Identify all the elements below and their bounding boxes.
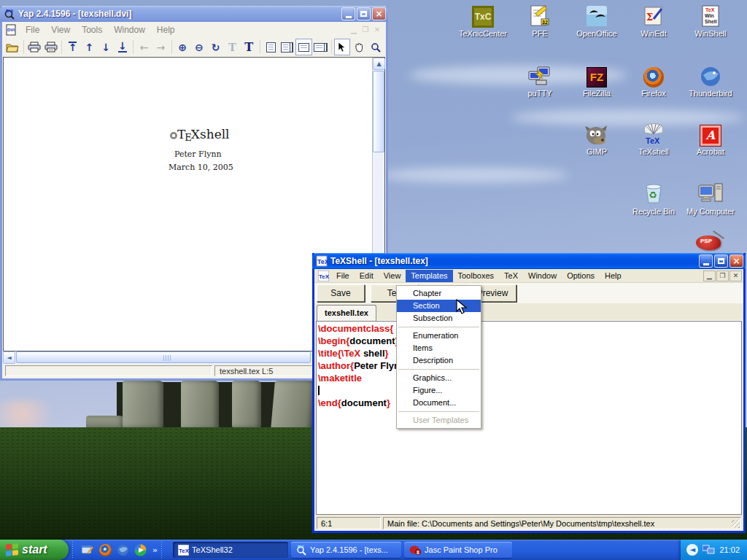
taskbar-button-yap-2-4-1596-texs-[interactable]: DVIYap 2.4.1596 - [texs... (291, 542, 401, 558)
start-button[interactable]: start (0, 540, 69, 560)
quick-launch-firefox-mini[interactable] (99, 544, 112, 556)
tab-texshell-tex[interactable]: texshell.tex (317, 305, 376, 321)
yap-toolbar-printer-page-button[interactable] (43, 39, 60, 55)
yap-toolbar-right-button[interactable]: → (152, 39, 169, 55)
svg-text:TeX: TeX (646, 136, 660, 145)
yap-menu-window[interactable]: Window (108, 23, 151, 36)
mdi-restore-button[interactable]: ❐ (716, 271, 729, 281)
quick-launch-show-desktop[interactable] (81, 543, 94, 556)
texshell-minimize-button[interactable] (699, 254, 713, 268)
desktop-icon-filezilla[interactable]: FZFileZilla (569, 63, 624, 98)
desktop-icon-winedt[interactable]: ΣWinEdt (626, 3, 681, 38)
taskbar-divider[interactable] (71, 542, 74, 558)
desktop-icon-texniccenter[interactable]: TxCTeXnicCenter (455, 3, 511, 38)
network-icon[interactable] (703, 545, 715, 555)
desktop-icon-recycle-bin[interactable]: ♻Recycle Bin (626, 181, 681, 216)
yap-toolbar-page-width-button[interactable] (312, 39, 329, 55)
yap-toolbar-left-button[interactable]: ← (136, 39, 152, 55)
quick-launch-media-player[interactable] (134, 544, 147, 556)
yap-toolbar-down-last-button[interactable]: ↓ (115, 39, 131, 55)
yap-toolbar-up-button[interactable]: ↑ (81, 39, 98, 55)
texshell-menu-edit[interactable]: Edit (355, 270, 379, 282)
texshell-editor[interactable]: \documentclass{\begin{document}\title{\T… (316, 321, 742, 515)
tray-collapse-button[interactable]: ◄ (686, 544, 698, 556)
yap-titlebar[interactable]: DVI Yap 2.4.1596 - [texshell.dvi] × (0, 6, 388, 22)
menu-item-user-templates[interactable]: User Templates (397, 414, 481, 427)
menu-item-graphics-[interactable]: Graphics... (397, 372, 481, 384)
yap-toolbar-magnifier-button[interactable] (367, 39, 384, 55)
menu-item-figure-[interactable]: Figure... (397, 384, 481, 397)
yap-close-button[interactable]: × (372, 7, 386, 20)
yap-menu-view[interactable]: View (45, 23, 76, 36)
texshell-menu-tex[interactable]: TeX (499, 270, 523, 282)
yap-toolbar-page-fit-button[interactable] (295, 39, 312, 55)
quick-launch-thunderbird-mini[interactable] (117, 544, 129, 556)
menu-item-description[interactable]: Description (397, 354, 481, 367)
system-tray: ◄ 21:02 (681, 540, 747, 560)
yap-maximize-button[interactable] (357, 7, 371, 20)
horizontal-scroll-thumb[interactable] (16, 351, 311, 363)
desktop-icon-winshell[interactable]: TeXWinShellWinShell (683, 3, 738, 38)
yap-toolbar-text-bold-button[interactable]: T (241, 39, 258, 55)
resize-grip[interactable] (732, 520, 740, 528)
desktop-icon-thunderbird[interactable]: Thunderbird (683, 63, 738, 98)
desktop-icon-paint-shop-pro[interactable]: PSP (694, 234, 727, 253)
desktop-icon-putty[interactable]: puTTY (512, 63, 568, 98)
yap-toolbar-pointer-button[interactable] (334, 39, 351, 55)
texshell-menu-toolboxes[interactable]: Toolboxes (453, 270, 500, 282)
yap-menu-tools[interactable]: Tools (76, 23, 108, 36)
yap-toolbar-printer-button[interactable] (26, 39, 43, 55)
save-button[interactable]: Save (317, 284, 365, 302)
desktop-icon-acrobat[interactable]: AAcrobat (683, 121, 738, 156)
desktop-icon-pfe[interactable]: 32PFE (512, 3, 568, 38)
texshell-menu-view[interactable]: View (379, 270, 406, 282)
mdi-close-button[interactable]: ✕ (729, 271, 742, 281)
texshell-titlebar[interactable]: TeX TeXShell - [texshell.tex] × (312, 253, 746, 269)
menu-item-document-[interactable]: Document... (397, 397, 481, 409)
desktop-icon-firefox[interactable]: Firefox (626, 63, 681, 98)
taskbar-button-jasc-paint-shop-pro[interactable]: 8Jasc Paint Shop Pro (404, 542, 512, 558)
texshell-menu-file[interactable]: File (331, 270, 355, 282)
media-player-icon (134, 544, 147, 556)
yap-toolbar-refresh-button[interactable]: ↻ (207, 39, 224, 55)
yap-toolbar-zoom-in-button[interactable]: ⊕ (174, 39, 191, 55)
desktop-icon-texshell[interactable]: TeXTeXshell (626, 121, 681, 156)
scroll-left-button[interactable]: ◄ (3, 351, 15, 364)
desktop-icon-openoffice[interactable]: OpenOffice (569, 3, 624, 38)
yap-toolbar-hand-button[interactable] (350, 39, 367, 55)
desktop-icon-gimp[interactable]: GIMP (569, 121, 624, 156)
texshell-menu-window[interactable]: Window (523, 270, 562, 282)
desktop-icon-label: WinShell (683, 29, 738, 38)
taskbar-divider[interactable] (160, 542, 163, 558)
menu-item-items[interactable]: Items (397, 342, 481, 354)
yap-menu-help[interactable]: Help (151, 23, 181, 36)
mdi-restore-button[interactable]: ❐ (360, 26, 371, 34)
menu-item-enumeration[interactable]: Enumeration (397, 330, 481, 342)
scroll-up-button[interactable]: ▲ (373, 58, 385, 70)
mdi-close-button[interactable]: ✕ (371, 26, 383, 34)
texshell-menu-help[interactable]: Help (600, 270, 627, 282)
texshell-menu-options[interactable]: Options (562, 270, 600, 282)
yap-menu-file[interactable]: File (20, 23, 45, 36)
yap-toolbar-up-first-button[interactable]: ↑ (64, 39, 81, 55)
yap-toolbar-page-single-button[interactable] (263, 39, 279, 55)
yap-toolbar-down-button[interactable]: ↓ (98, 39, 115, 55)
stonehenge-stone (123, 381, 163, 427)
texshell-menu-templates[interactable]: Templates (406, 270, 452, 282)
vertical-scroll-thumb[interactable] (373, 71, 384, 152)
svg-text:Shell: Shell (705, 19, 717, 24)
texshell-close-button[interactable]: × (729, 254, 743, 268)
yap-toolbar: ↑↑↓↓←→⊕⊖↻TT (2, 37, 386, 57)
mdi-minimize-button[interactable]: ▁ (703, 271, 716, 281)
texshell-maximize-button[interactable] (714, 254, 728, 268)
desktop-icon-my-computer[interactable]: My Computer (683, 181, 738, 216)
menu-item-chapter[interactable]: Chapter (397, 287, 481, 300)
mdi-minimize-button[interactable]: ▁ (348, 26, 360, 34)
quick-launch-overflow-chevron[interactable]: » (152, 546, 158, 554)
yap-toolbar-folder-open-button[interactable] (4, 39, 21, 55)
yap-toolbar-text-outline-button[interactable]: T (224, 39, 241, 55)
yap-toolbar-page-double-button[interactable] (279, 39, 295, 55)
taskbar-button-texshell32[interactable]: TeXTeXShell32 (173, 542, 288, 558)
yap-minimize-button[interactable] (341, 7, 355, 20)
yap-toolbar-zoom-out-button[interactable]: ⊖ (191, 39, 208, 55)
